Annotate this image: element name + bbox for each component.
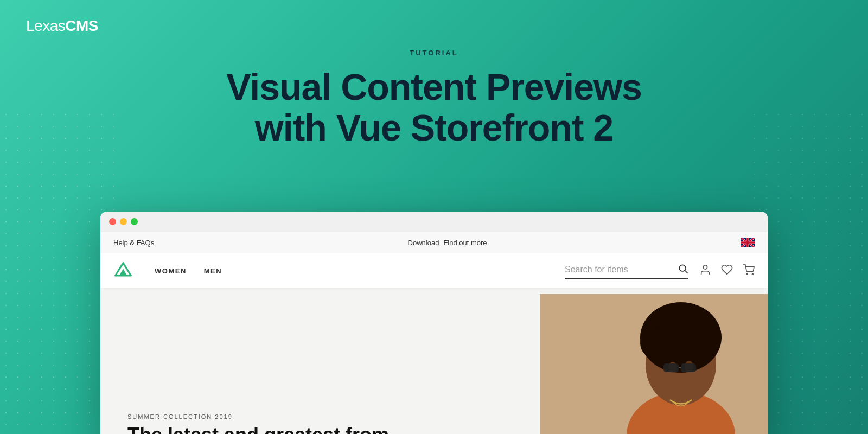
help-faqs-link[interactable]: Help & FAQs [113,239,154,247]
topbar-left: Help & FAQs [113,239,154,247]
topbar-center: Download Find out more [408,239,487,247]
store-hero-title: The latest and greatest from [127,424,389,434]
svg-point-6 [746,273,748,275]
store-nav: WOMEN MEN Search for items [100,253,768,289]
topbar-right [741,238,755,247]
logo-light: Lexas [26,17,65,34]
site-logo: LexasCMS [26,17,98,35]
nav-icons [699,264,755,278]
nav-item-men[interactable]: MEN [204,267,222,275]
wishlist-icon[interactable] [721,264,733,278]
hero-title-line1: Visual Content Previews [0,67,868,107]
hero-title: Visual Content Previews with Vue Storefr… [0,67,868,148]
nav-items: WOMEN MEN [155,267,222,275]
hero-section: TUTORIAL Visual Content Previews with Vu… [0,0,868,148]
user-icon[interactable] [699,264,711,278]
traffic-light-yellow[interactable] [120,218,127,225]
tutorial-label: TUTORIAL [0,49,868,57]
download-text: Download [408,239,439,247]
svg-point-7 [752,273,753,275]
search-bar[interactable]: Search for items [565,263,688,279]
collection-label: SUMMER COLLECTION 2019 [127,413,389,420]
search-area: Search for items [565,263,755,279]
find-out-more-link[interactable]: Find out more [443,239,487,247]
hero-title-line2: with Vue Storefront 2 [0,107,868,148]
store-logo [113,261,133,280]
store-hero: SUMMER COLLECTION 2019 The latest and gr… [100,289,768,434]
traffic-light-green[interactable] [131,218,138,225]
hero-person-image [540,294,768,434]
svg-point-14 [658,315,682,339]
vsf-logo-icon [113,261,133,280]
nav-item-women[interactable]: WOMEN [155,267,187,275]
store-hero-title-line1: The latest and greatest from [127,424,389,434]
browser-chrome [100,212,768,232]
cart-icon[interactable] [743,264,755,278]
traffic-light-red[interactable] [109,218,116,225]
svg-point-15 [679,311,705,337]
search-icon[interactable] [678,263,688,276]
svg-point-5 [703,265,707,269]
search-input-placeholder: Search for items [565,265,673,275]
svg-line-4 [685,270,688,273]
svg-rect-18 [663,363,679,372]
language-flag-icon[interactable] [741,238,755,247]
svg-rect-19 [681,363,696,372]
store-topbar: Help & FAQs Download Find out more [100,232,768,253]
svg-marker-2 [119,269,127,276]
browser-window: Help & FAQs Download Find out more [100,212,768,434]
hero-text-overlay: SUMMER COLLECTION 2019 The latest and gr… [127,413,389,434]
logo-bold: CMS [65,17,98,34]
